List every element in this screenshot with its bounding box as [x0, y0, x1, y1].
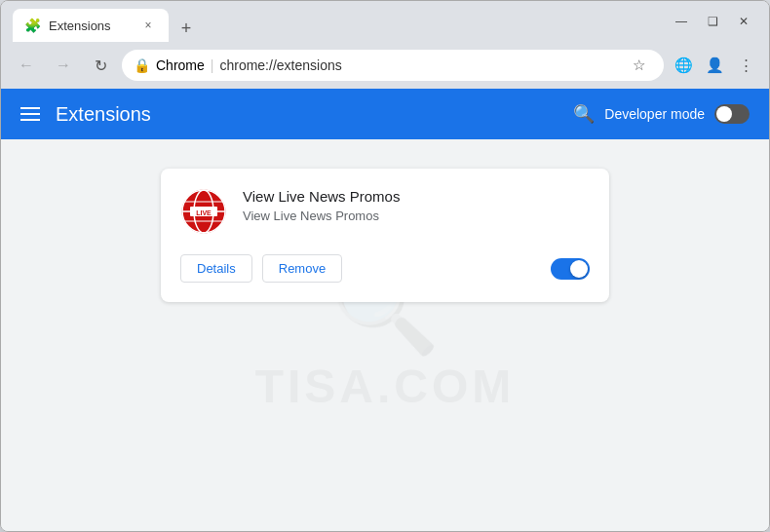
translate-icon[interactable]: 🌐	[670, 52, 697, 79]
remove-button[interactable]: Remove	[262, 254, 342, 283]
developer-mode-area: 🔍 Developer mode	[573, 103, 750, 125]
back-icon: ←	[19, 57, 34, 74]
back-button[interactable]: ←	[11, 50, 42, 81]
account-icon[interactable]: 👤	[701, 52, 728, 79]
tab-title: Extensions	[49, 19, 132, 33]
svg-text:LIVE: LIVE	[196, 209, 212, 216]
main-content: 🔍 TISA.COM	[1, 139, 769, 531]
extension-enable-toggle[interactable]	[551, 258, 590, 280]
titlebar: 🧩 Extensions × + — ❑ ✕	[1, 1, 769, 42]
site-name: Chrome	[156, 57, 205, 73]
minimize-button[interactable]: —	[668, 8, 695, 35]
url-divider: |	[211, 57, 214, 73]
details-button[interactable]: Details	[180, 254, 252, 283]
extensions-header: Extensions 🔍 Developer mode	[1, 89, 769, 139]
address-bar: ← → ↻ 🔒 Chrome | chrome://extensions ☆ 🌐…	[1, 42, 769, 89]
bookmark-icon[interactable]: ☆	[625, 52, 652, 79]
developer-mode-toggle[interactable]	[714, 104, 750, 124]
reload-icon: ↻	[95, 57, 107, 75]
browser-window: 🧩 Extensions × + — ❑ ✕ ← → ↻ 🔒 Chrome |	[0, 0, 770, 532]
extension-card-bottom: Details Remove	[180, 254, 590, 283]
tab-close-button[interactable]: ×	[139, 17, 157, 34]
extension-info: View Live News Promos View Live News Pro…	[243, 188, 590, 223]
url-text: chrome://extensions	[219, 57, 341, 73]
forward-button[interactable]: →	[48, 50, 79, 81]
menu-icon[interactable]: ⋮	[732, 52, 759, 79]
new-tab-button[interactable]: +	[173, 15, 200, 42]
omnibox[interactable]: 🔒 Chrome | chrome://extensions ☆	[122, 50, 664, 81]
extension-icon-svg: LIVE	[180, 188, 227, 235]
secure-icon: 🔒	[134, 57, 150, 73]
toolbar-icons: 🌐 👤 ⋮	[670, 52, 759, 79]
forward-icon: →	[56, 57, 71, 74]
close-button[interactable]: ✕	[730, 8, 757, 35]
page-title: Extensions	[56, 103, 573, 126]
reload-button[interactable]: ↻	[85, 50, 116, 81]
extension-name: View Live News Promos	[243, 188, 590, 205]
extension-card-top: LIVE View Live News Promos View Live New…	[180, 188, 590, 235]
extension-logo: LIVE	[180, 188, 227, 235]
extension-description: View Live News Promos	[243, 209, 590, 223]
hamburger-menu-button[interactable]	[20, 107, 40, 121]
developer-mode-label: Developer mode	[604, 106, 705, 122]
hamburger-line	[20, 113, 40, 115]
watermark-text: TISA.COM	[255, 360, 516, 413]
tab-extension-icon: 🧩	[24, 18, 41, 33]
window-controls: — ❑ ✕	[668, 8, 757, 35]
hamburger-line	[20, 119, 40, 121]
search-button[interactable]: 🔍	[573, 103, 595, 125]
maximize-button[interactable]: ❑	[699, 8, 726, 35]
tab-area: 🧩 Extensions × +	[13, 1, 668, 42]
extension-card: LIVE View Live News Promos View Live New…	[161, 169, 609, 302]
active-tab[interactable]: 🧩 Extensions ×	[13, 9, 169, 42]
hamburger-line	[20, 107, 40, 109]
